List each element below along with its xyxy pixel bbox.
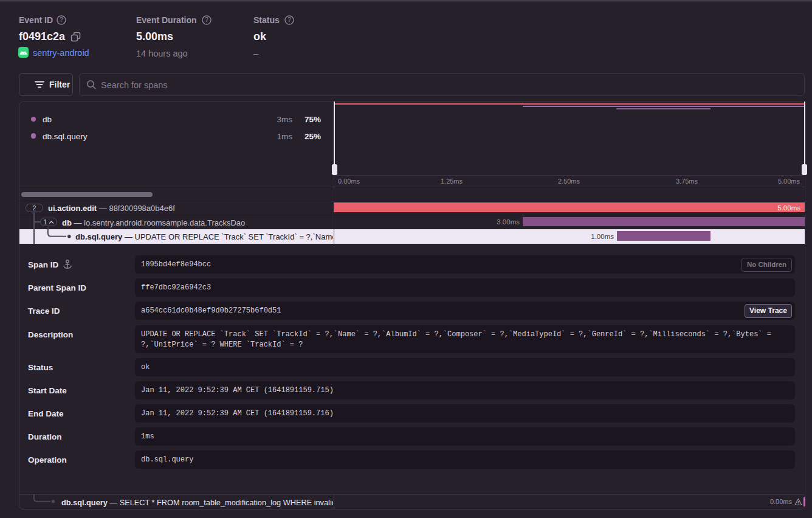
svg-text:?: ? (60, 16, 63, 23)
svg-text:?: ? (205, 16, 208, 23)
svg-text:?: ? (287, 16, 291, 23)
